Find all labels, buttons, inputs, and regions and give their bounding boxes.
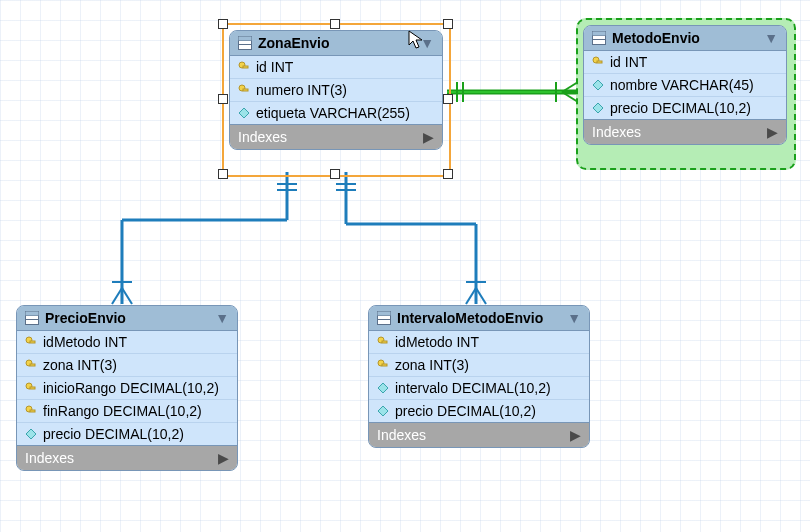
table-icon <box>592 31 606 45</box>
svg-line-13 <box>112 288 122 304</box>
column-row[interactable]: idMetodo INT <box>17 331 237 354</box>
key-icon <box>377 359 389 371</box>
svg-marker-42 <box>239 108 249 118</box>
selection-handle[interactable] <box>330 19 340 29</box>
entity-title: MetodoEnvio <box>612 30 758 46</box>
entity-footer-indexes[interactable]: Indexes ▶ <box>369 422 589 447</box>
collapse-icon[interactable]: ▼ <box>764 30 778 46</box>
svg-marker-33 <box>593 103 603 113</box>
selection-handle[interactable] <box>443 169 453 179</box>
collapse-icon[interactable]: ▼ <box>567 310 581 326</box>
entity-header[interactable]: IntervaloMetodoEnvio ▼ <box>369 306 589 331</box>
selection-handle[interactable] <box>330 169 340 179</box>
column-row[interactable]: inicioRango DECIMAL(10,2) <box>17 377 237 400</box>
rel-zona-precio[interactable] <box>112 172 297 304</box>
column-row[interactable]: etiqueta VARCHAR(255) <box>230 102 442 124</box>
expand-icon[interactable]: ▶ <box>570 427 581 443</box>
collapse-icon[interactable]: ▼ <box>420 35 434 51</box>
expand-icon[interactable]: ▶ <box>423 129 434 145</box>
column-text: idMetodo INT <box>43 334 127 350</box>
column-row[interactable]: id INT <box>584 51 786 74</box>
selection-handle[interactable] <box>218 169 228 179</box>
selection-handle[interactable] <box>443 19 453 29</box>
entity-footer-indexes[interactable]: Indexes ▶ <box>230 124 442 149</box>
svg-marker-65 <box>378 406 388 416</box>
indexes-label: Indexes <box>238 129 287 145</box>
entity-metodoenvio[interactable]: MetodoEnvio ▼ id INT nombre VARCHAR(45) … <box>583 25 787 145</box>
entity-title: PrecioEnvio <box>45 310 209 326</box>
selection-handle[interactable] <box>218 94 228 104</box>
rel-zona-intervalo[interactable] <box>336 172 486 304</box>
key-icon <box>238 84 250 96</box>
entity-footer-indexes[interactable]: Indexes ▶ <box>17 445 237 470</box>
key-icon <box>25 359 37 371</box>
entity-header[interactable]: MetodoEnvio ▼ <box>584 26 786 51</box>
svg-marker-64 <box>378 383 388 393</box>
svg-rect-31 <box>597 61 602 63</box>
entity-footer-indexes[interactable]: Indexes ▶ <box>584 119 786 144</box>
svg-rect-48 <box>30 341 35 343</box>
entity-columns: idMetodo INT zona INT(3) intervalo DECIM… <box>369 331 589 422</box>
table-icon <box>238 36 252 50</box>
diamond-icon <box>238 107 250 119</box>
column-text: inicioRango DECIMAL(10,2) <box>43 380 219 396</box>
expand-icon[interactable]: ▶ <box>218 450 229 466</box>
svg-rect-52 <box>30 387 35 389</box>
expand-icon[interactable]: ▶ <box>767 124 778 140</box>
svg-line-6 <box>562 92 578 102</box>
diamond-icon <box>25 428 37 440</box>
indexes-label: Indexes <box>25 450 74 466</box>
column-row[interactable]: intervalo DECIMAL(10,2) <box>369 377 589 400</box>
indexes-label: Indexes <box>592 124 641 140</box>
entity-header[interactable]: PrecioEnvio ▼ <box>17 306 237 331</box>
column-text: finRango DECIMAL(10,2) <box>43 403 202 419</box>
selection-handle[interactable] <box>218 19 228 29</box>
column-text: zona INT(3) <box>43 357 117 373</box>
table-icon <box>377 311 391 325</box>
entity-precioenvio[interactable]: PrecioEnvio ▼ idMetodo INT zona INT(3) i… <box>16 305 238 471</box>
column-row[interactable]: numero INT(3) <box>230 79 442 102</box>
column-row[interactable]: precio DECIMAL(10,2) <box>17 423 237 445</box>
selection-handle[interactable] <box>443 94 453 104</box>
diamond-icon <box>377 382 389 394</box>
column-row[interactable]: precio DECIMAL(10,2) <box>369 400 589 422</box>
column-row[interactable]: zona INT(3) <box>369 354 589 377</box>
entity-zonaenvio[interactable]: ZonaEnvio ▼ id INT numero INT(3) etiquet… <box>229 30 443 150</box>
column-row[interactable]: zona INT(3) <box>17 354 237 377</box>
entity-title: ZonaEnvio <box>258 35 414 51</box>
column-text: idMetodo INT <box>395 334 479 350</box>
svg-rect-50 <box>30 364 35 366</box>
svg-rect-54 <box>30 410 35 412</box>
table-icon <box>25 311 39 325</box>
column-row[interactable]: nombre VARCHAR(45) <box>584 74 786 97</box>
entity-intervalometodoenvio[interactable]: IntervaloMetodoEnvio ▼ idMetodo INT zona… <box>368 305 590 448</box>
svg-line-22 <box>466 288 476 304</box>
collapse-icon[interactable]: ▼ <box>215 310 229 326</box>
column-text: nombre VARCHAR(45) <box>610 77 754 93</box>
entity-header[interactable]: ZonaEnvio ▼ <box>230 31 442 56</box>
column-row[interactable]: precio DECIMAL(10,2) <box>584 97 786 119</box>
svg-rect-63 <box>382 364 387 366</box>
column-text: id INT <box>610 54 647 70</box>
column-text: intervalo DECIMAL(10,2) <box>395 380 551 396</box>
svg-rect-29 <box>593 32 606 36</box>
column-row[interactable]: finRango DECIMAL(10,2) <box>17 400 237 423</box>
svg-rect-61 <box>382 341 387 343</box>
column-row[interactable]: idMetodo INT <box>369 331 589 354</box>
rel-zona-metodo[interactable] <box>447 82 578 102</box>
er-diagram-canvas[interactable]: MetodoEnvio ▼ id INT nombre VARCHAR(45) … <box>0 0 810 532</box>
column-row[interactable]: id INT <box>230 56 442 79</box>
diamond-icon <box>592 102 604 114</box>
column-text: precio DECIMAL(10,2) <box>395 403 536 419</box>
svg-rect-37 <box>239 37 252 41</box>
svg-rect-41 <box>243 89 248 91</box>
key-icon <box>25 382 37 394</box>
svg-rect-39 <box>243 66 248 68</box>
column-text: etiqueta VARCHAR(255) <box>256 105 410 121</box>
key-icon <box>377 336 389 348</box>
column-text: zona INT(3) <box>395 357 469 373</box>
key-icon <box>238 61 250 73</box>
svg-rect-59 <box>378 312 391 316</box>
entity-columns: idMetodo INT zona INT(3) inicioRango DEC… <box>17 331 237 445</box>
column-text: numero INT(3) <box>256 82 347 98</box>
